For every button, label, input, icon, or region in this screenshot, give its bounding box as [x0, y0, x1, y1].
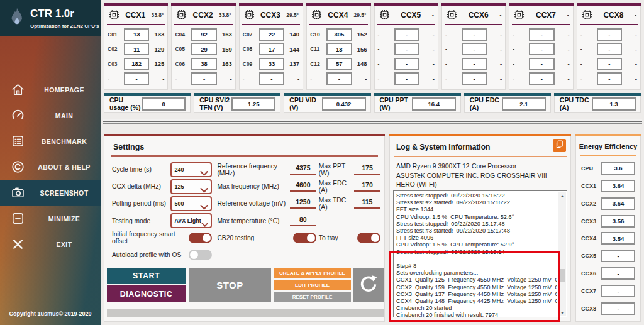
log-line: Cinebench 20 started — [396, 305, 557, 312]
sidebar-item-about-help[interactable]: ABOUT & HELP — [0, 154, 101, 180]
diagnostic-button[interactable]: DIAGNOSTIC — [107, 285, 186, 302]
cpu-chip-icon — [244, 9, 255, 20]
cycle-time-s-dropdown[interactable]: 240 — [170, 162, 212, 177]
ccx-delta-mhz-dropdown[interactable]: 125 — [170, 179, 212, 194]
core-label: C02 — [108, 46, 121, 52]
system-info-line: AMD Ryzen 9 3900XT 12-Core Processor — [396, 162, 565, 172]
ccx-core-row: C1118156 — [310, 43, 367, 55]
core-secondary-value: - — [557, 60, 570, 67]
reference-frequency-mhz-field[interactable]: 4375 — [290, 164, 316, 175]
stat-label: CPU EDC (A) — [465, 96, 502, 111]
reference-voltage-mv-field[interactable]: 1250 — [290, 198, 316, 209]
energy-title-rule — [580, 155, 636, 156]
log-line: CCX4 Quality 148 Frequency 4425 MHz Volt… — [396, 298, 557, 305]
sidebar-item-main[interactable]: MAIN — [0, 102, 101, 128]
core-value-box: 57 — [326, 58, 352, 70]
log-line: CCX3 Quality 137 Frequency 4450 MHz Volt… — [396, 291, 557, 298]
start-button[interactable]: START — [107, 268, 186, 284]
cpu-chip-icon — [582, 9, 592, 20]
core-value-box: - — [259, 72, 284, 85]
core-label: - — [580, 61, 594, 67]
core-value: 22 — [269, 31, 275, 38]
core-secondary-value: 140 — [287, 31, 299, 38]
core-value-box: - — [394, 43, 419, 55]
stat-label: CPU VID (V) — [284, 96, 321, 111]
max-edc-a-field[interactable]: 170 — [354, 181, 380, 192]
ccx-header: CCX233.8° — [172, 6, 235, 24]
ccx-core-row: --- — [580, 28, 637, 41]
energy-value: - — [617, 253, 619, 260]
sidebar-item-minimize[interactable]: MINIMIZE — [0, 206, 101, 231]
sidebar-item-screenshot[interactable]: SCREENSHOT — [0, 180, 101, 206]
app-title: CTR 1.0r — [30, 8, 99, 19]
ccx-name: CCX4 — [322, 11, 353, 19]
max-temperature-c-field[interactable]: 80 — [290, 216, 316, 226]
stat-cpu-ppt-w: CPU PPT (W)16.4 — [374, 93, 461, 113]
stat-value: 2.1 — [519, 101, 528, 107]
stat-value-box: 16.4 — [412, 97, 456, 111]
core-value-box: 17 — [259, 43, 284, 55]
core-label: - — [580, 46, 594, 52]
core-secondary-value: - — [422, 46, 435, 53]
sidebar-item-benchmark[interactable]: BENCHMARK — [0, 128, 101, 154]
log-line: CCX2 Quality 159 Frequency 4550 MHz Volt… — [396, 284, 557, 291]
settings-row: CB20 testing — [217, 229, 316, 246]
dropdown-value: 240 — [172, 167, 200, 173]
stat-cpu-edc-a: CPU EDC (A)2.1 — [464, 93, 551, 113]
energy-row-cpu: CPU3.6 — [581, 162, 635, 175]
stat-value-box: 1.3 — [592, 97, 636, 111]
ccx-temperature: - — [567, 12, 569, 18]
max-frequency-mhz-field[interactable]: 4600 — [290, 181, 316, 192]
minimize-icon — [11, 211, 25, 226]
core-label: C06 — [175, 61, 189, 67]
refresh-button[interactable] — [353, 268, 384, 302]
stat-label: CPU TDC (A) — [555, 96, 592, 111]
log-export-button[interactable] — [553, 139, 566, 152]
energy-label: CCX2 — [581, 201, 601, 207]
create-apply-profile-button[interactable]: CREATE & APPLY PROFILE — [274, 268, 351, 278]
scroll-up-icon[interactable]: ▲ — [558, 192, 566, 199]
sidebar-item-exit[interactable]: EXIT — [0, 231, 101, 257]
stat-cpu-vid-v: CPU VID (V)0.432 — [284, 93, 370, 113]
core-secondary-value: 152 — [355, 31, 367, 38]
max-tdc-a-field[interactable]: 115 — [354, 198, 380, 209]
ccx-core-row: --- — [378, 28, 435, 41]
core-secondary-value: - — [355, 75, 367, 82]
initial-frequency-smart-offset-toggle[interactable] — [189, 233, 212, 243]
core-secondary-value: 163 — [219, 31, 232, 38]
core-secondary-value: - — [625, 75, 637, 82]
stop-button[interactable]: STOP — [189, 268, 271, 302]
core-label: C07 — [243, 31, 257, 38]
setting-label: Max TDC (A) — [319, 197, 354, 211]
log-line: CPU Vdroop: 1.5 % CPU Temperature: 52.6° — [396, 214, 557, 221]
sidebar: CTR 1.0r Optimization for ZEN2 CPU's HOM… — [0, 0, 101, 325]
reset-profile-button[interactable]: RESET PROFILE — [274, 292, 351, 302]
scrollbar-thumb[interactable] — [559, 269, 565, 282]
core-secondary-value: - — [219, 75, 232, 82]
testing-mode-dropdown[interactable]: AVX Light — [170, 213, 212, 228]
log-title-rule — [394, 156, 567, 157]
settings-accent-bar — [104, 134, 385, 136]
core-value: - — [203, 75, 205, 82]
cb20-testing-toggle[interactable] — [293, 233, 316, 243]
sidebar-item-label: EXIT — [30, 241, 98, 248]
ccx-name: CCX2 — [187, 11, 218, 19]
edit-profile-button[interactable]: EDIT PROFILE — [274, 280, 351, 290]
log-scrollbar[interactable]: ▲ ▼ — [558, 192, 566, 316]
energy-efficiency-panel: Energy Efficiency CPU3.6CCX13.64CCX23.64… — [575, 134, 641, 322]
to-tray-toggle[interactable] — [357, 233, 380, 243]
polling-period-ms-dropdown[interactable]: 500 — [170, 196, 212, 211]
sidebar-item-homepage[interactable]: HOMEPAGE — [0, 77, 101, 102]
energy-title: Energy Efficiency — [576, 143, 640, 150]
autoload-profile-with-os-toggle[interactable] — [189, 250, 212, 260]
log-textbox[interactable]: Stress test stopped! 09/22/2020 15:16:22… — [393, 190, 567, 317]
max-ppt-w-field[interactable]: 175 — [354, 164, 380, 175]
energy-label: CCX3 — [581, 218, 601, 224]
setting-label: Reference voltage (mV) — [217, 200, 289, 207]
scroll-down-icon[interactable]: ▼ — [558, 309, 566, 316]
ccx-core-row: --- — [445, 28, 502, 41]
core-label: - — [513, 31, 526, 38]
settings-row: Reference frequency (MHz)4375 — [217, 161, 316, 178]
settings-row: Max temperature (°C)80 — [217, 212, 316, 229]
energy-value-box: 3.56 — [601, 215, 635, 228]
